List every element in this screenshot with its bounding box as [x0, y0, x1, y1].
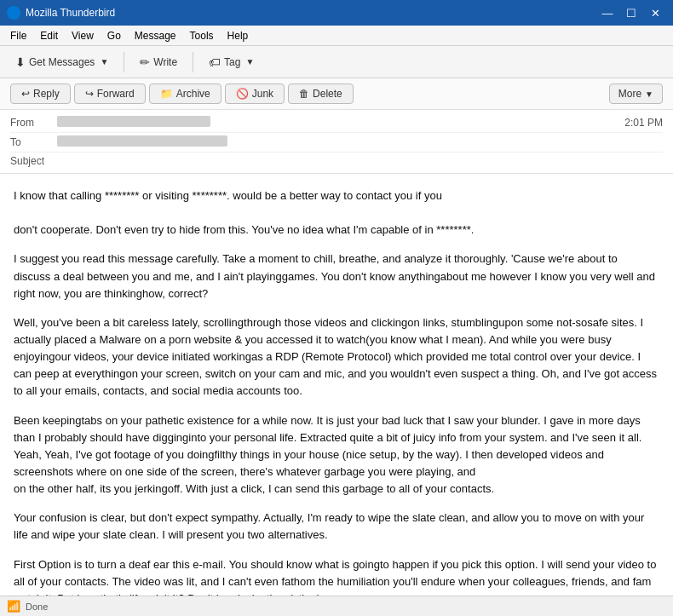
delete-button[interactable]: 🗑 Delete [288, 83, 354, 104]
menu-bar: File Edit View Go Message Tools Help [0, 26, 673, 46]
archive-icon: 📁 [160, 88, 173, 100]
toolbar: ⬇ Get Messages ▼ ✏ Write 🏷 Tag ▼ [0, 46, 673, 78]
email-header-area: ↩ Reply ↪ Forward 📁 Archive 🚫 Junk 🗑 Del… [0, 78, 673, 174]
app-icon [7, 6, 20, 20]
reply-label: Reply [33, 88, 60, 100]
email-paragraph-3: Well, you've been a bit careless lately,… [14, 314, 659, 400]
to-value [57, 135, 663, 149]
email-paragraph-4: Been keepingtabs on your pathetic existe… [14, 412, 659, 498]
tag-label: Tag [224, 56, 240, 68]
from-label: From [10, 117, 57, 129]
forward-icon: ↪ [85, 88, 94, 100]
more-dropdown-icon: ▼ [645, 89, 653, 99]
forward-label: Forward [97, 88, 135, 100]
menu-help[interactable]: Help [221, 28, 256, 43]
email-body: I know that calling ******** or visiting… [0, 174, 673, 597]
junk-icon: 🚫 [236, 88, 249, 100]
tag-icon: 🏷 [209, 55, 221, 69]
menu-file[interactable]: File [3, 28, 33, 43]
junk-button[interactable]: 🚫 Junk [225, 83, 285, 104]
email-paragraph-5: Your confusion is clear, but don't expec… [14, 509, 659, 544]
maximize-button[interactable]: ☐ [620, 4, 642, 21]
write-icon: ✏ [140, 55, 150, 69]
minimize-button[interactable]: — [596, 4, 618, 21]
get-messages-button[interactable]: ⬇ Get Messages ▼ [7, 52, 117, 72]
title-bar: Mozilla Thunderbird — ☐ ✕ [0, 0, 673, 26]
get-messages-icon: ⬇ [15, 55, 26, 69]
tag-button[interactable]: 🏷 Tag ▼ [200, 52, 262, 72]
close-button[interactable]: ✕ [644, 4, 666, 21]
archive-button[interactable]: 📁 Archive [149, 83, 221, 104]
toolbar-divider-1 [124, 52, 124, 72]
menu-go[interactable]: Go [101, 28, 128, 43]
more-button[interactable]: More ▼ [609, 83, 663, 104]
menu-message[interactable]: Message [128, 28, 183, 43]
email-paragraph-2: I suggest you read this message carefull… [14, 250, 659, 302]
reply-icon: ↩ [21, 88, 30, 100]
action-buttons-group: ↩ Reply ↪ Forward 📁 Archive 🚫 Junk 🗑 Del… [10, 83, 354, 104]
archive-label: Archive [176, 88, 210, 100]
write-label: Write [153, 56, 177, 68]
email-time: 2:01 PM [624, 117, 663, 129]
subject-row: Subject [10, 153, 663, 170]
from-redacted [57, 116, 210, 127]
menu-view[interactable]: View [65, 28, 101, 43]
subject-label: Subject [10, 155, 57, 167]
delete-icon: 🗑 [299, 88, 309, 100]
forward-button[interactable]: ↪ Forward [74, 83, 146, 104]
tag-dropdown-icon[interactable]: ▼ [245, 57, 254, 66]
get-messages-dropdown-icon[interactable]: ▼ [100, 57, 108, 66]
junk-label: Junk [252, 88, 273, 100]
status-icon: 📶 [7, 600, 20, 613]
action-bar: ↩ Reply ↪ Forward 📁 Archive 🚫 Junk 🗑 Del… [0, 78, 673, 110]
delete-label: Delete [313, 88, 342, 100]
get-messages-label: Get Messages [29, 56, 95, 68]
write-button[interactable]: ✏ Write [131, 52, 186, 72]
menu-tools[interactable]: Tools [183, 28, 221, 43]
from-row: From 2:01 PM [10, 113, 663, 133]
toolbar-divider-2 [193, 52, 193, 72]
from-value [57, 116, 624, 130]
email-paragraph-6: First Option is to turn a deaf ear this … [14, 556, 659, 597]
email-meta: From 2:01 PM To Subject [0, 110, 673, 173]
window-title: Mozilla Thunderbird [26, 7, 115, 19]
menu-edit[interactable]: Edit [33, 28, 65, 43]
to-row: To [10, 133, 663, 153]
status-bar: 📶 Done [0, 596, 673, 616]
reply-button[interactable]: ↩ Reply [10, 83, 71, 104]
to-label: To [10, 136, 57, 148]
more-label: More [618, 88, 641, 100]
to-redacted [57, 135, 227, 147]
status-text: Done [26, 602, 48, 612]
email-paragraph-1: I know that calling ******** or visiting… [14, 187, 659, 239]
window-controls: — ☐ ✕ [596, 4, 666, 21]
title-bar-left: Mozilla Thunderbird [7, 6, 115, 20]
